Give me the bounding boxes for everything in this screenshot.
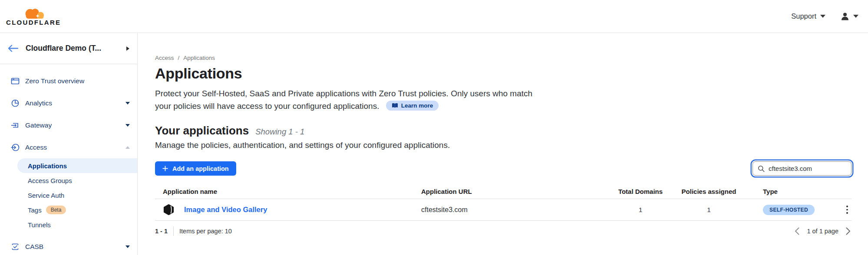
page-title: Applications	[155, 65, 851, 82]
section-title: Your applications	[155, 124, 249, 137]
sidebar-nav: Zero Trust overview Analytics	[0, 64, 137, 255]
sidebar-item-service-auth[interactable]: Service Auth	[0, 188, 137, 203]
sidebar-item-casb[interactable]: CASB	[0, 235, 137, 255]
access-sub-list: Applications Access Groups Service Auth …	[0, 158, 137, 232]
user-menu[interactable]	[840, 12, 858, 21]
expand-right-icon[interactable]	[126, 46, 129, 51]
main-content: Access / Applications Applications Prote…	[138, 33, 868, 255]
pagination-divider	[173, 226, 174, 236]
sidebar-item-label: Zero Trust overview	[25, 77, 84, 85]
application-url: cftestsite3.com	[421, 206, 612, 214]
pie-chart-icon	[10, 99, 20, 108]
cloudflare-zero-trust-dashboard: CLOUDFLARE Support	[0, 0, 868, 255]
col-header-total-domains: Total Domains	[612, 188, 669, 195]
sidebar-item-label: Tags	[28, 206, 42, 214]
sidebar: Cloudflare Demo (T... Zero Trust overvie…	[0, 33, 138, 255]
user-icon	[840, 12, 850, 21]
login-icon	[10, 143, 20, 152]
header-right: Support	[791, 12, 858, 21]
top-header: CLOUDFLARE Support	[0, 0, 868, 33]
type-badge: SELF-HOSTED	[763, 205, 815, 215]
learn-more-label: Learn more	[401, 102, 433, 109]
logo-wordmark: CLOUDFLARE	[6, 19, 61, 26]
chevron-down-icon[interactable]	[125, 124, 130, 127]
page-description: Protect your Self-Hosted, SaaS and Priva…	[155, 87, 539, 112]
plus-icon	[162, 166, 168, 171]
search-box	[752, 161, 851, 176]
book-icon	[392, 103, 398, 108]
chevron-down-icon[interactable]	[125, 102, 130, 105]
showing-count: Showing 1 - 1	[255, 127, 304, 137]
sidebar-item-analytics[interactable]: Analytics	[0, 92, 137, 114]
breadcrumb-separator: /	[178, 55, 180, 61]
window-icon	[10, 77, 20, 85]
learn-more-button[interactable]: Learn more	[386, 101, 439, 111]
cube-icon	[163, 204, 175, 216]
items-per-page: Items per page: 10	[179, 228, 232, 235]
breadcrumb: Access / Applications	[155, 55, 851, 61]
sidebar-item-label: Access Groups	[28, 177, 72, 184]
sidebar-item-gateway[interactable]: Gateway	[0, 114, 137, 136]
page-next-icon[interactable]	[845, 226, 851, 236]
sidebar-item-tags[interactable]: Tags Beta	[0, 203, 137, 217]
sidebar-item-access-groups[interactable]: Access Groups	[0, 173, 137, 188]
search-icon	[758, 165, 765, 172]
cloudflare-cloud-icon	[22, 7, 45, 20]
add-application-button[interactable]: Add an application	[155, 161, 236, 176]
sidebar-item-label: Access	[25, 144, 47, 151]
support-caret-icon	[820, 15, 825, 18]
gateway-icon	[10, 121, 20, 130]
col-header-policies-assigned: Policies assigned	[669, 188, 749, 195]
sidebar-item-applications[interactable]: Applications	[17, 158, 137, 173]
sidebar-item-zero-trust-overview[interactable]: Zero Trust overview	[0, 70, 137, 92]
cloudflare-logo[interactable]: CLOUDFLARE	[6, 7, 61, 26]
col-header-application-url: Application URL	[421, 188, 612, 195]
sidebar-item-label: Applications	[28, 162, 67, 170]
pagination: 1 - 1 Items per page: 10 1 of 1 page	[155, 226, 851, 236]
page-prev-icon[interactable]	[794, 226, 800, 236]
chevron-up-icon[interactable]	[125, 146, 130, 149]
user-caret-icon	[853, 15, 858, 18]
chevron-down-icon[interactable]	[125, 245, 130, 248]
back-arrow-icon[interactable]	[8, 45, 18, 52]
breadcrumb-applications[interactable]: Applications	[183, 55, 215, 61]
breadcrumb-access[interactable]: Access	[155, 55, 174, 61]
sidebar-item-label: Tunnels	[28, 221, 51, 229]
search-input[interactable]	[769, 165, 846, 172]
sidebar-item-label: Service Auth	[28, 192, 64, 199]
controls-row: Add an application	[155, 161, 851, 176]
sidebar-item-label: CASB	[25, 243, 43, 251]
section-head: Your applications Showing 1 - 1	[155, 124, 851, 137]
col-header-application-name: Application name	[155, 188, 421, 195]
account-switcher: Cloudflare Demo (T...	[0, 33, 137, 64]
pager: 1 of 1 page	[794, 226, 851, 236]
page-indicator: 1 of 1 page	[807, 228, 838, 235]
add-application-label: Add an application	[172, 165, 229, 172]
beta-badge: Beta	[46, 206, 66, 214]
sidebar-item-label: Gateway	[25, 121, 52, 129]
support-label: Support	[791, 12, 816, 20]
casb-check-icon	[10, 242, 20, 251]
section-subheading: Manage the policies, authentication, and…	[155, 141, 851, 150]
sidebar-item-tunnels[interactable]: Tunnels	[0, 217, 137, 232]
description-text: Protect your Self-Hosted, SaaS and Priva…	[155, 89, 532, 111]
policies-assigned-value: 1	[669, 206, 749, 214]
support-menu[interactable]: Support	[791, 12, 825, 20]
kebab-menu-icon[interactable]	[843, 203, 851, 216]
table-row: Image and Video Gallery cftestsite3.com …	[155, 199, 851, 221]
application-name-link[interactable]: Image and Video Gallery	[184, 206, 267, 214]
table-header-row: Application name Application URL Total D…	[155, 184, 851, 199]
account-name[interactable]: Cloudflare Demo (T...	[26, 44, 101, 53]
applications-table: Application name Application URL Total D…	[155, 184, 851, 221]
sidebar-item-label: Analytics	[25, 99, 52, 107]
sidebar-item-access[interactable]: Access	[0, 136, 137, 158]
col-header-type: Type	[749, 188, 834, 195]
total-domains-value: 1	[612, 206, 669, 214]
pagination-range: 1 - 1	[155, 228, 168, 235]
